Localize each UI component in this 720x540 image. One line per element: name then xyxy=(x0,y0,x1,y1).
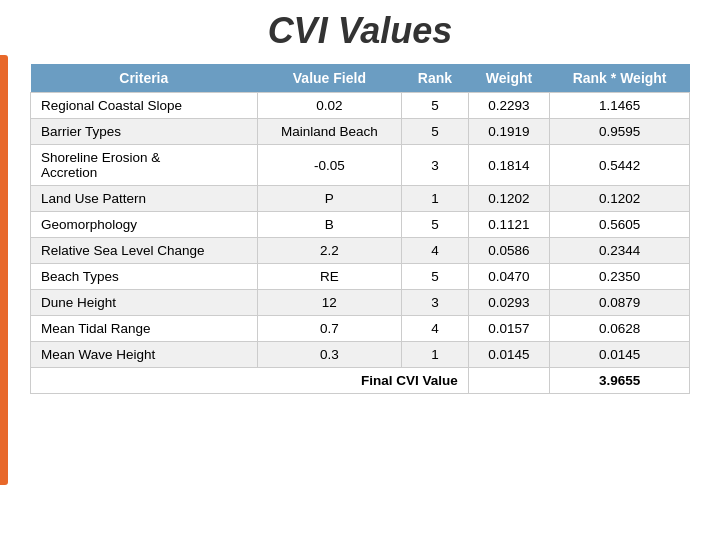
cell-rank: 5 xyxy=(402,212,469,238)
cell-weight: 0.0293 xyxy=(468,290,550,316)
cell-rank-weight: 0.5605 xyxy=(550,212,690,238)
cell-value-field: 0.02 xyxy=(257,93,402,119)
cell-rank: 1 xyxy=(402,186,469,212)
final-row: Final CVI Value 3.9655 xyxy=(31,368,690,394)
table-row: Shoreline Erosion &Accretion-0.0530.1814… xyxy=(31,145,690,186)
page-container: CVI Values Criteria Value Field Rank Wei… xyxy=(0,0,720,540)
cell-rank-weight: 0.0145 xyxy=(550,342,690,368)
table-row: Mean Wave Height0.310.01450.0145 xyxy=(31,342,690,368)
cell-rank-weight: 1.1465 xyxy=(550,93,690,119)
cell-rank-weight: 0.5442 xyxy=(550,145,690,186)
cell-value-field: 0.3 xyxy=(257,342,402,368)
cell-rank-weight: 0.2344 xyxy=(550,238,690,264)
cell-rank-weight: 0.2350 xyxy=(550,264,690,290)
cell-rank-weight: 0.9595 xyxy=(550,119,690,145)
table-row: Dune Height1230.02930.0879 xyxy=(31,290,690,316)
col-header-criteria: Criteria xyxy=(31,64,258,93)
cell-weight: 0.0157 xyxy=(468,316,550,342)
cell-rank-weight: 0.1202 xyxy=(550,186,690,212)
cell-value-field: Mainland Beach xyxy=(257,119,402,145)
col-header-rank: Rank xyxy=(402,64,469,93)
accent-bar xyxy=(0,55,8,485)
page-title: CVI Values xyxy=(30,10,690,52)
cell-rank: 3 xyxy=(402,290,469,316)
table-row: Mean Tidal Range0.740.01570.0628 xyxy=(31,316,690,342)
cvi-table: Criteria Value Field Rank Weight Rank * … xyxy=(30,64,690,394)
cell-rank: 4 xyxy=(402,316,469,342)
table-row: GeomorphologyB50.11210.5605 xyxy=(31,212,690,238)
table-row: Barrier TypesMainland Beach50.19190.9595 xyxy=(31,119,690,145)
table-header-row: Criteria Value Field Rank Weight Rank * … xyxy=(31,64,690,93)
col-header-weight: Weight xyxy=(468,64,550,93)
cell-criteria: Barrier Types xyxy=(31,119,258,145)
cell-value-field: RE xyxy=(257,264,402,290)
cell-rank: 3 xyxy=(402,145,469,186)
cell-weight: 0.1814 xyxy=(468,145,550,186)
col-header-value-field: Value Field xyxy=(257,64,402,93)
cell-rank: 5 xyxy=(402,264,469,290)
cell-criteria: Shoreline Erosion &Accretion xyxy=(31,145,258,186)
cell-weight: 0.2293 xyxy=(468,93,550,119)
cell-criteria: Land Use Pattern xyxy=(31,186,258,212)
cell-rank: 5 xyxy=(402,93,469,119)
cell-weight: 0.0470 xyxy=(468,264,550,290)
cell-weight: 0.0145 xyxy=(468,342,550,368)
cell-criteria: Geomorphology xyxy=(31,212,258,238)
cell-weight: 0.1202 xyxy=(468,186,550,212)
cell-value-field: 2.2 xyxy=(257,238,402,264)
table-row: Land Use PatternP10.12020.1202 xyxy=(31,186,690,212)
col-header-rank-weight: Rank * Weight xyxy=(550,64,690,93)
cell-criteria: Mean Tidal Range xyxy=(31,316,258,342)
cell-rank-weight: 0.0879 xyxy=(550,290,690,316)
final-value: 3.9655 xyxy=(550,368,690,394)
cell-rank: 5 xyxy=(402,119,469,145)
cell-value-field: B xyxy=(257,212,402,238)
cell-rank: 1 xyxy=(402,342,469,368)
cell-value-field: 12 xyxy=(257,290,402,316)
table-row: Regional Coastal Slope0.0250.22931.1465 xyxy=(31,93,690,119)
final-empty xyxy=(468,368,550,394)
cell-rank-weight: 0.0628 xyxy=(550,316,690,342)
cell-value-field: P xyxy=(257,186,402,212)
cell-weight: 0.0586 xyxy=(468,238,550,264)
table-row: Relative Sea Level Change2.240.05860.234… xyxy=(31,238,690,264)
cell-weight: 0.1919 xyxy=(468,119,550,145)
cell-criteria: Beach Types xyxy=(31,264,258,290)
table-row: Beach TypesRE50.04700.2350 xyxy=(31,264,690,290)
cell-criteria: Relative Sea Level Change xyxy=(31,238,258,264)
cell-criteria: Dune Height xyxy=(31,290,258,316)
cell-criteria: Mean Wave Height xyxy=(31,342,258,368)
cell-weight: 0.1121 xyxy=(468,212,550,238)
cell-value-field: -0.05 xyxy=(257,145,402,186)
cell-rank: 4 xyxy=(402,238,469,264)
cell-criteria: Regional Coastal Slope xyxy=(31,93,258,119)
cell-value-field: 0.7 xyxy=(257,316,402,342)
final-label: Final CVI Value xyxy=(31,368,469,394)
